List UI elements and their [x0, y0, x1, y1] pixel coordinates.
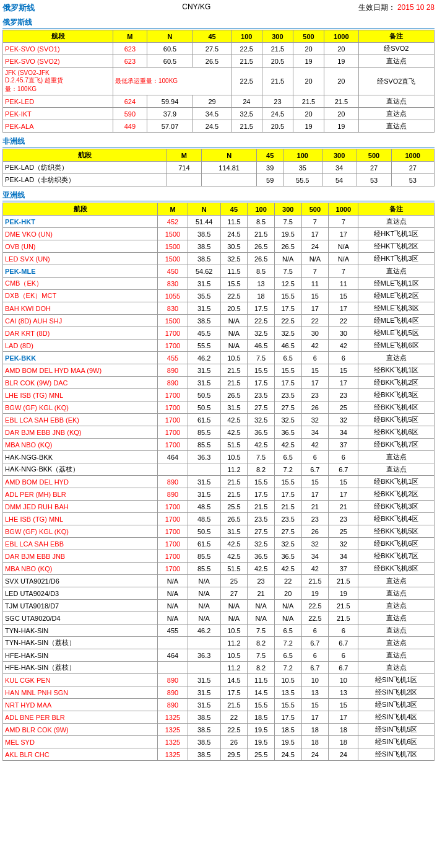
c1000-cell: 17 [329, 228, 358, 240]
c45-cell: 21.5 [220, 364, 248, 377]
c300-cell: 7.2 [274, 463, 301, 476]
c45-cell: 29.5 [220, 748, 248, 761]
note-cell: 经MLE飞机4区 [358, 315, 435, 327]
note-cell: 经SVO2直飞 [358, 68, 434, 95]
header-date: 生效日期： 2015 10 28 [358, 2, 435, 14]
c100-cell: 32.5 [248, 538, 275, 550]
table-row: KUL CGK PEN 890 31.5 14.5 11.5 10.5 10 1… [3, 674, 435, 686]
note-cell: 经MLE飞机2区 [358, 290, 435, 302]
col-n: N [147, 30, 193, 43]
c1000-cell: 34 [329, 426, 358, 439]
m-cell: 1325 [158, 736, 188, 748]
route-cell: MBA NBO (KQ) [3, 563, 158, 575]
c500-cell: 26 [301, 525, 329, 538]
col-45: 45 [193, 30, 231, 43]
note-cell: 直达点 [358, 612, 435, 625]
n-cell: 57.07 [147, 120, 193, 133]
table-row: JFK (SVO2-JFKD.2.45.7直飞) 超重货量：100KG 最低承运… [3, 68, 435, 95]
c100-cell: 27.5 [248, 401, 275, 414]
c300-cell: N/A [274, 600, 301, 612]
c1000-cell: N/A [329, 240, 358, 253]
c1000-cell: 17 [329, 488, 358, 501]
c300-cell: 42.5 [274, 439, 301, 451]
c500-cell: 15 [301, 699, 329, 711]
c500-cell: 15 [301, 290, 329, 302]
m-cell: 1500 [158, 253, 188, 265]
m-cell: 890 [158, 476, 188, 488]
m-cell: 1700 [158, 525, 188, 538]
n-cell: 51.44 [188, 216, 220, 228]
c300-cell: 23.5 [274, 389, 301, 401]
c45-cell: 34.5 [193, 108, 231, 120]
col-300: 300 [274, 203, 301, 216]
route-cell: MBA NBO (KQ) [3, 439, 158, 451]
n-cell: 85.5 [188, 550, 220, 563]
route-cell: DAR KRT (8D) [3, 327, 158, 340]
c1000-cell: 21.5 [324, 95, 359, 108]
c100-cell: 21.5 [248, 501, 275, 513]
note-cell: 经SVO2 [358, 43, 434, 55]
table-row: AMD BLR COK (9W) 1325 38.5 22.5 19.5 18.… [3, 724, 435, 736]
n-cell: 85.5 [188, 426, 220, 439]
c1000-cell: 6 [329, 451, 358, 463]
route-cell: AKL BLR CHC [3, 748, 158, 761]
c1000-cell: 7 [329, 265, 358, 278]
c300-cell: 17.5 [274, 711, 301, 724]
note-cell: 经BKK飞机3区 [358, 389, 435, 401]
n-cell: 37.9 [147, 108, 193, 120]
n-cell: 36.3 [188, 649, 220, 662]
route-cell: HAN MNL PNH SGN [3, 686, 158, 699]
route-cell: LAD (8D) [3, 340, 158, 352]
c100-cell: 27.5 [248, 525, 275, 538]
route-cell: BLR COK (9W) DAC [3, 377, 158, 389]
c300-cell: 22.5 [274, 315, 301, 327]
m-cell: 1500 [158, 315, 188, 327]
c45-cell: 15.5 [220, 278, 248, 290]
c500-cell: 32 [301, 414, 329, 426]
c500-cell: 10 [301, 674, 329, 686]
table-row: MBA NBO (KQ) 1700 85.5 51.5 42.5 42.5 42… [3, 563, 435, 575]
c100-cell: 13 [248, 278, 275, 290]
c1000-cell: 15 [329, 699, 358, 711]
col-m: M [158, 203, 188, 216]
c300-cell: 36.5 [274, 426, 301, 439]
c500-cell: 7 [301, 265, 329, 278]
note-cell: 经BKK飞机1区 [358, 364, 435, 377]
c500-cell: 42 [301, 340, 329, 352]
c45-cell: 21.5 [220, 476, 248, 488]
c45-cell: N/A [220, 327, 248, 340]
table-row: LED UTA9024/D3 N/A N/A 27 21 20 19 19 直达… [3, 587, 435, 600]
n-cell: 36.3 [188, 451, 220, 463]
c45-cell: N/A [220, 612, 248, 625]
c1000-cell: 21.5 [329, 612, 358, 625]
col-500: 500 [293, 30, 324, 43]
table-row: SVX UTA9021/D6 N/A N/A 25 23 22 21.5 21.… [3, 575, 435, 587]
note-cell: 直达点 [358, 575, 435, 587]
c45-cell: 29 [193, 95, 231, 108]
table-row: PEK-SVO (SVO1) 623 60.5 27.5 22.5 21.5 2… [3, 43, 435, 55]
c1000-cell: 18 [329, 736, 358, 748]
c300-cell: 15.5 [274, 476, 301, 488]
c100-cell: 8.5 [248, 216, 275, 228]
m-cell: 890 [158, 488, 188, 501]
route-cell: PEK-ALA [3, 120, 113, 133]
c500-cell: 7 [301, 216, 329, 228]
c1000-cell: 6 [329, 625, 358, 637]
note-cell: 直达点 [358, 95, 434, 108]
c1000-cell: 19 [329, 587, 358, 600]
c300-cell: 46.5 [274, 340, 301, 352]
m-cell: N/A [158, 587, 188, 600]
c500-cell: 17 [301, 711, 329, 724]
c100-cell: 11.5 [248, 674, 275, 686]
note-cell: 经MLE飞机3区 [358, 302, 435, 315]
c45-cell: 11.2 [220, 662, 248, 674]
note-cell: 直达点 [358, 120, 434, 133]
table-row: LHE ISB (TG) MNL 1700 48.5 26.5 23.5 23.… [3, 513, 435, 525]
c100-cell: 25.5 [248, 748, 275, 761]
n-cell: 38.5 [188, 240, 220, 253]
c45-cell: 22.5 [220, 290, 248, 302]
c1000-cell: 6 [329, 649, 358, 662]
n-cell: 38.5 [188, 228, 220, 240]
c500-cell: 20 [293, 108, 324, 120]
africa-table: 航段 M N 45 100 300 500 1000 PEK-LAD（纺织类） … [2, 149, 435, 186]
